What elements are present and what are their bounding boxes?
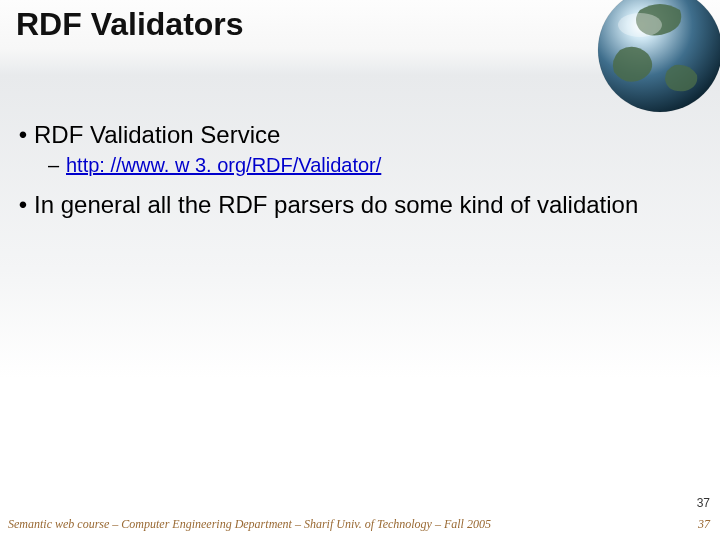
bullet-dot-icon: •: [12, 120, 34, 150]
footer-text: Semantic web course – Computer Engineeri…: [8, 517, 491, 532]
dash-icon: –: [48, 152, 66, 178]
svg-point-2: [618, 13, 662, 37]
bullet-1: • RDF Validation Service: [12, 120, 700, 150]
page-number-upper: 37: [697, 496, 710, 510]
bullet-dot-icon: •: [12, 190, 34, 220]
earth-icon: [590, 0, 720, 120]
slide-body: • RDF Validation Service – http: //www. …: [12, 120, 700, 222]
bullet-2-text: In general all the RDF parsers do some k…: [34, 190, 638, 220]
bullet-2: • In general all the RDF parsers do some…: [12, 190, 700, 220]
bullet-1-sub: – http: //www. w 3. org/RDF/Validator/: [48, 152, 700, 178]
validator-link[interactable]: http: //www. w 3. org/RDF/Validator/: [66, 152, 381, 178]
slide: RDF Validators • RDF Validation Service …: [0, 0, 720, 540]
slide-title: RDF Validators: [16, 6, 244, 43]
page-number-lower: 37: [698, 517, 710, 532]
bullet-1-text: RDF Validation Service: [34, 120, 280, 150]
